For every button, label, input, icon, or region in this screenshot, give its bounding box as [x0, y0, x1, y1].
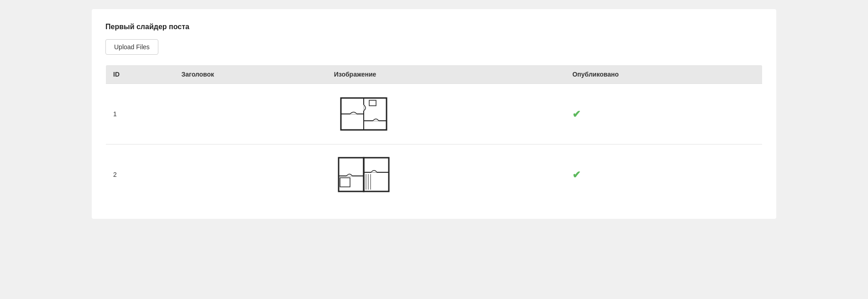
table-header-row: ID Заголовок Изображение Опубликовано — [106, 65, 763, 84]
cell-id: 1 — [106, 84, 174, 144]
cell-image — [327, 84, 565, 144]
cell-published — [565, 84, 762, 144]
cell-title — [174, 144, 326, 205]
upload-files-button[interactable]: Upload Files — [105, 39, 158, 55]
floor-plan-thumbnail — [334, 152, 393, 197]
column-header-id: ID — [106, 65, 174, 84]
table-row: 1 — [106, 84, 763, 144]
svg-rect-7 — [369, 100, 376, 106]
cell-published — [565, 144, 762, 205]
main-container: Первый слайдер поста Upload Files ID Заг… — [92, 9, 776, 219]
section-title: Первый слайдер поста — [105, 23, 763, 31]
published-checkmark-icon — [572, 108, 583, 119]
data-table: ID Заголовок Изображение Опубликовано 1 — [105, 65, 763, 205]
column-header-title: Заголовок — [174, 65, 326, 84]
column-header-published: Опубликовано — [565, 65, 762, 84]
floor-plan-thumbnail — [334, 91, 393, 137]
column-header-image: Изображение — [327, 65, 565, 84]
cell-image — [327, 144, 565, 205]
svg-rect-9 — [364, 158, 389, 191]
published-checkmark-icon — [572, 169, 583, 180]
cell-id: 2 — [106, 144, 174, 205]
cell-title — [174, 84, 326, 144]
table-row: 2 — [106, 144, 763, 205]
svg-rect-12 — [340, 178, 350, 187]
